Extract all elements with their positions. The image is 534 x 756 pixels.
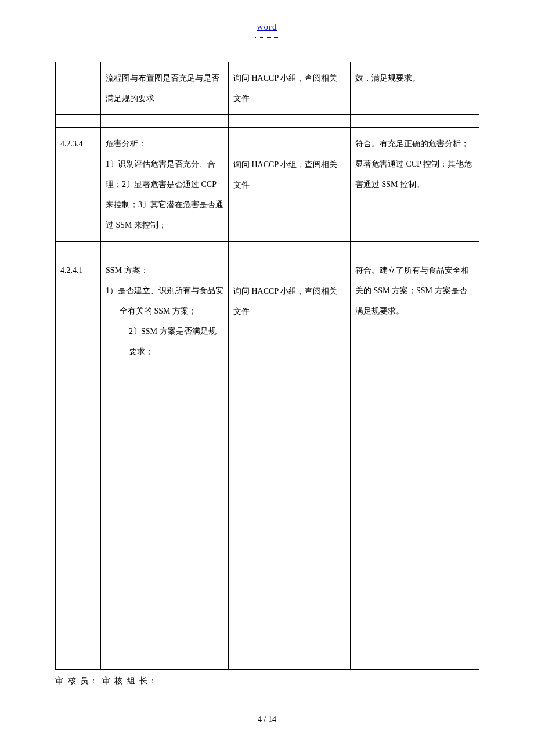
item-body: 1）是否建立、识别所有与食品安全有关的 SSM 方案； xyxy=(106,280,223,321)
leader-label: 审 核 组 长： xyxy=(102,676,158,685)
audit-table: 流程图与布置图是否充足与是否满足规的要求 询问 HACCP 小组，查阅相关文件 … xyxy=(55,62,479,670)
table-row-filler xyxy=(56,368,479,670)
cell-result: 符合。建立了所有与食品安全相关的 SSM 方案；SSM 方案是否满足规要求。 xyxy=(351,254,479,368)
item-body2: 2〕SSM 方案是否满足规要求； xyxy=(106,321,223,362)
content: 流程图与布置图是否充足与是否满足规的要求 询问 HACCP 小组，查阅相关文件 … xyxy=(0,62,534,686)
table-row: 流程图与布置图是否充足与是否满足规的要求 询问 HACCP 小组，查阅相关文件 … xyxy=(56,62,479,115)
table-row: 4.2.3.4 危害分析： 1〕识别评估危害是否充分、合理；2〕显著危害是否通过… xyxy=(56,128,479,242)
cell-method: 询问 HACCP 小组，查阅相关文件 xyxy=(229,254,351,368)
cell-number xyxy=(56,62,101,115)
auditor-label: 审 核 员： xyxy=(55,676,99,685)
cell-item: 流程图与布置图是否充足与是否满足规的要求 xyxy=(101,62,229,115)
cell-result: 效，满足规要求。 xyxy=(351,62,479,115)
cell-number: 4.2.3.4 xyxy=(56,128,101,242)
method-text: 询问 HACCP 小组，查阅相关文件 xyxy=(233,281,345,322)
page-number: 4 / 14 xyxy=(258,715,276,723)
cell-number: 4.2.4.1 xyxy=(56,254,101,368)
item-title: SSM 方案： xyxy=(106,260,223,280)
page-footer: 4 / 14 xyxy=(0,715,534,724)
table-row: 4.2.4.1 SSM 方案： 1）是否建立、识别所有与食品安全有关的 SSM … xyxy=(56,254,479,368)
method-text: 询问 HACCP 小组，查阅相关文件 xyxy=(233,154,345,195)
cell-item: SSM 方案： 1）是否建立、识别所有与食品安全有关的 SSM 方案； 2〕SS… xyxy=(101,254,229,368)
table-row-spacer xyxy=(56,115,479,128)
table-row: 流程图与布置图是否充足与是否满足规的要求 询问 HACCP 小组，查阅相关文件 … xyxy=(55,62,479,670)
signatures: 审 核 员： 审 核 组 长： xyxy=(55,676,479,686)
cell-method: 询问 HACCP 小组，查阅相关文件 xyxy=(229,62,351,115)
header-underline xyxy=(255,37,279,38)
cell-item: 危害分析： 1〕识别评估危害是否充分、合理；2〕显著危害是否通过 CCP 来控制… xyxy=(101,128,229,242)
header-link[interactable]: word xyxy=(257,22,277,31)
page-header: word xyxy=(0,0,534,45)
item-body: 1〕识别评估危害是否充分、合理；2〕显著危害是否通过 CCP 来控制；3〕其它潜… xyxy=(106,154,223,235)
cell-method: 询问 HACCP 小组，查阅相关文件 xyxy=(229,128,351,242)
item-title: 危害分析： xyxy=(106,134,223,154)
table-row-spacer xyxy=(56,242,479,254)
cell-result: 符合。有充足正确的危害分析；显著危害通过 CCP 控制；其他危害通过 SSM 控… xyxy=(351,128,479,242)
